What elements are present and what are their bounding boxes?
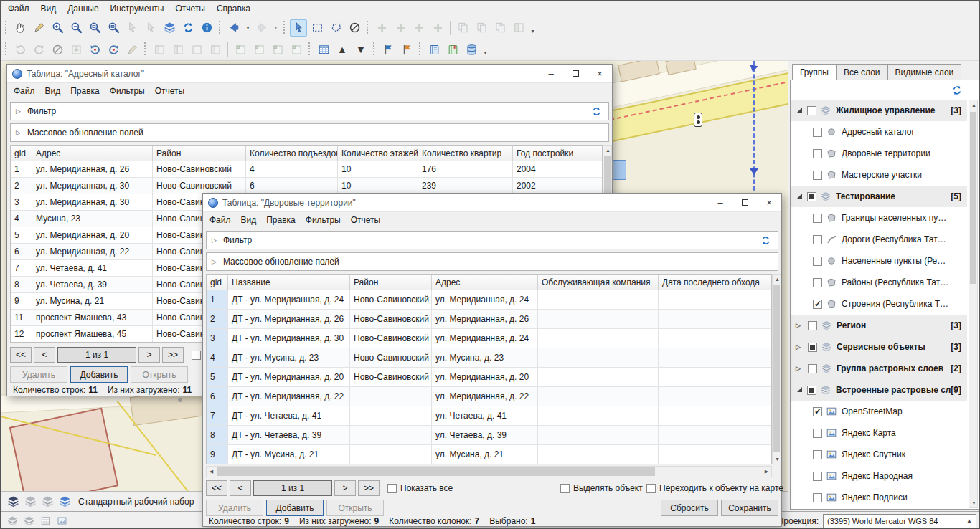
table-cell[interactable]: Ново-Савиновский — [350, 290, 432, 309]
table-cell[interactable]: 12 — [11, 326, 32, 342]
table-cell[interactable]: 8 — [207, 426, 228, 444]
layer-group-row[interactable]: Тестирование[5] — [791, 186, 967, 207]
pan-tool-icon[interactable] — [11, 19, 29, 37]
layer-group-row[interactable]: ▷Сервисные объекты[3] — [791, 336, 967, 358]
table-cell[interactable] — [538, 387, 659, 406]
show-all-checkbox[interactable]: Показать все — [387, 483, 453, 493]
window-menu-item-4[interactable]: Фильтры — [301, 213, 346, 227]
table-cell[interactable]: 1 — [207, 290, 228, 309]
save-button[interactable]: Сохранить — [721, 500, 778, 516]
workspace-selector[interactable]: Стандартный рабочий набор — [78, 497, 194, 507]
select-polygon-icon[interactable] — [327, 19, 344, 37]
layer-checkbox[interactable] — [813, 214, 822, 223]
delete-button[interactable]: Удалить — [206, 500, 263, 516]
workspace-layers-gray2-icon[interactable] — [39, 494, 55, 510]
add-line-icon[interactable] — [410, 19, 428, 37]
checkbox-icon[interactable] — [646, 484, 656, 493]
table-cell[interactable]: ул. Меридианная, д. 26 — [432, 310, 538, 328]
zoom-extent-icon[interactable] — [105, 19, 122, 37]
next-page-button[interactable]: > — [138, 347, 160, 363]
expander-icon[interactable]: ▷ — [212, 237, 217, 244]
table-cell[interactable]: 2 — [207, 310, 228, 328]
layers-visibility-icon[interactable] — [161, 19, 178, 37]
window-titlebar[interactable]: Таблица: "Дворовые территории" – × — [203, 194, 781, 212]
goto-next-view-icon[interactable] — [142, 19, 159, 37]
layer-checkbox[interactable] — [813, 493, 822, 502]
scrollbar-thumb[interactable] — [773, 285, 780, 452]
clear-selection-icon[interactable] — [346, 19, 363, 37]
app-menu-item-4[interactable]: Инструменты — [105, 1, 170, 16]
layer-row[interactable]: Строения (Республика Т… — [791, 293, 967, 315]
tab-2[interactable]: Все слои — [836, 64, 888, 80]
layer-checkbox[interactable] — [813, 300, 822, 309]
table-cell[interactable]: ул. Меридианная, д. 20 — [432, 368, 538, 386]
layer-checkbox[interactable] — [807, 106, 816, 115]
table-cell[interactable]: 10 — [338, 178, 418, 194]
journal-icon[interactable] — [425, 41, 443, 58]
window-menu-item-1[interactable]: Файл — [204, 213, 236, 227]
layer-group-row[interactable]: ▷Группа растровых слоев[2] — [791, 358, 967, 379]
database-icon[interactable] — [463, 41, 480, 58]
layer-group-row[interactable]: Жилищное управление[3] — [791, 100, 967, 121]
app-menu-item-2[interactable]: Вид — [35, 1, 62, 16]
table-cell[interactable]: 4 — [207, 348, 228, 367]
checkbox-icon[interactable] — [387, 484, 397, 493]
maximize-button[interactable] — [732, 194, 757, 211]
measure-tool-icon[interactable] — [30, 19, 47, 37]
mass-update-header[interactable]: ▷ Массовое обновление полей — [10, 123, 609, 142]
table-cell[interactable] — [659, 445, 772, 464]
table-cell[interactable]: ул. Меридианная, д. 22 — [32, 244, 153, 259]
table-cell[interactable] — [350, 406, 432, 425]
table-cell[interactable]: 9 — [11, 293, 32, 309]
workspace-layers-gray-icon[interactable] — [22, 494, 38, 510]
layer-group-row[interactable]: Встроенные растровые сл…[9] — [791, 379, 967, 401]
scroll-up-icon[interactable]: ▲ — [773, 275, 782, 284]
table-row[interactable]: 5ДТ - ул. Меридианная, д. 20Ново-Савинов… — [207, 368, 771, 387]
goto-previous-view-icon[interactable] — [123, 19, 141, 37]
table-cell[interactable]: 10 — [338, 161, 418, 177]
app-menu-item-5[interactable]: Отчеты — [169, 1, 210, 16]
table-cell[interactable] — [538, 310, 659, 328]
window-titlebar[interactable]: Таблица: "Адресный каталог" – × — [7, 65, 612, 83]
table-cell[interactable]: Ново-Савиновский — [153, 161, 246, 177]
layer-checkbox[interactable] — [807, 192, 816, 201]
goto-bookmark-icon[interactable] — [398, 41, 415, 58]
add-button[interactable]: Добавить — [266, 500, 324, 516]
table-cell[interactable]: ДТ - ул. Меридианная, д. 20 — [228, 368, 350, 386]
table-cell[interactable]: ул. Мусина, д. 23 — [432, 348, 538, 367]
table-hscrollbar[interactable]: ◀ ▶ — [206, 466, 772, 477]
collapse-icon[interactable] — [797, 108, 802, 113]
prev-page-button[interactable]: < — [230, 480, 251, 496]
tab-1[interactable]: Группы — [792, 64, 837, 80]
table-cell[interactable] — [659, 329, 772, 348]
window-menu-item-2[interactable]: Вид — [236, 213, 262, 227]
table-row[interactable]: 2ул. Меридианная, д. 30Ново-Савиновский6… — [11, 178, 602, 194]
tab-3[interactable]: Видимые слои — [887, 64, 962, 80]
table-row[interactable]: 9ДТ - ул. Мусина, д. 21ул. Мусина, д. 21 — [207, 445, 771, 464]
scroll-right-icon[interactable]: ▶ — [762, 467, 771, 477]
table-cell[interactable]: 6 — [11, 244, 32, 259]
refresh-filter-icon[interactable] — [589, 104, 603, 118]
layer-checkbox[interactable] — [807, 386, 816, 395]
scroll-down-icon[interactable]: ▼ — [773, 454, 782, 464]
table-cell[interactable]: ДТ - ул. Четаева, д. 41 — [228, 406, 350, 425]
zoom-window-icon[interactable] — [86, 19, 103, 37]
table-cell[interactable]: 2002 — [513, 178, 603, 194]
table-cell[interactable]: ул. Меридианная, д. 30 — [32, 178, 153, 194]
vertex-add-icon[interactable] — [151, 41, 168, 58]
layer-checkbox[interactable] — [813, 278, 822, 287]
table-cell[interactable]: 9 — [207, 445, 228, 464]
table-cell[interactable] — [538, 406, 659, 425]
refresh-map-icon[interactable] — [179, 19, 197, 37]
add-polygon-icon[interactable] — [429, 19, 446, 37]
select-rectangle-icon[interactable] — [308, 19, 326, 37]
first-page-button[interactable]: << — [10, 347, 32, 363]
window-menu-item-1[interactable]: Файл — [9, 84, 40, 98]
minimize-button[interactable]: – — [708, 194, 732, 211]
rotate-cw-icon[interactable] — [105, 41, 122, 58]
zoom-in-icon[interactable] — [49, 19, 66, 37]
paste-object-icon[interactable] — [491, 19, 509, 37]
app-menu-item-6[interactable]: Справка — [211, 1, 256, 16]
table-cell[interactable] — [659, 290, 772, 309]
scroll-down-icon[interactable]: ▼ — [969, 498, 979, 507]
